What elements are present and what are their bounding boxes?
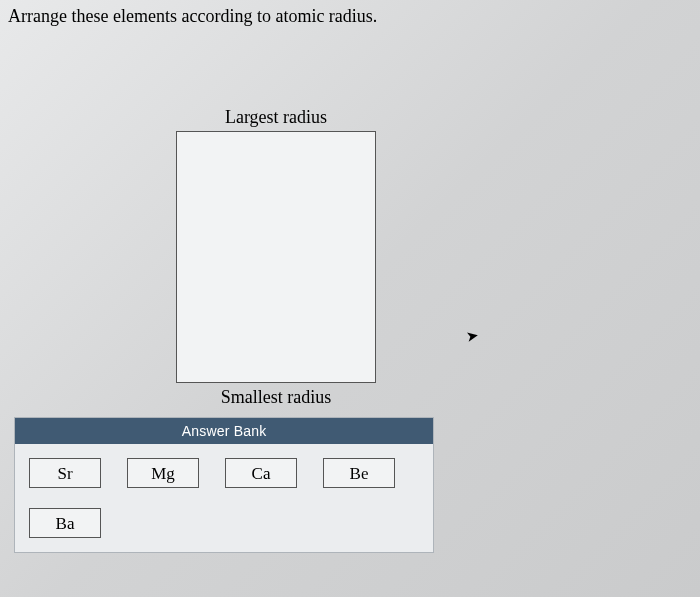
cursor-icon: ➤ <box>465 326 481 346</box>
ranking-dropzone[interactable] <box>176 131 376 383</box>
element-tile[interactable]: Mg <box>127 458 199 488</box>
element-tile[interactable]: Be <box>323 458 395 488</box>
largest-radius-label: Largest radius <box>176 107 376 128</box>
element-tile[interactable]: Sr <box>29 458 101 488</box>
answer-bank-header: Answer Bank <box>15 418 433 444</box>
answer-bank: Answer Bank Sr Mg Ca Be Ba <box>14 417 434 553</box>
interaction-stage: Largest radius Smallest radius Answer Ba… <box>0 27 700 587</box>
question-text: Arrange these elements according to atom… <box>0 0 700 27</box>
element-tile[interactable]: Ba <box>29 508 101 538</box>
element-tile[interactable]: Ca <box>225 458 297 488</box>
smallest-radius-label: Smallest radius <box>176 387 376 408</box>
answer-bank-body: Sr Mg Ca Be Ba <box>15 444 433 552</box>
